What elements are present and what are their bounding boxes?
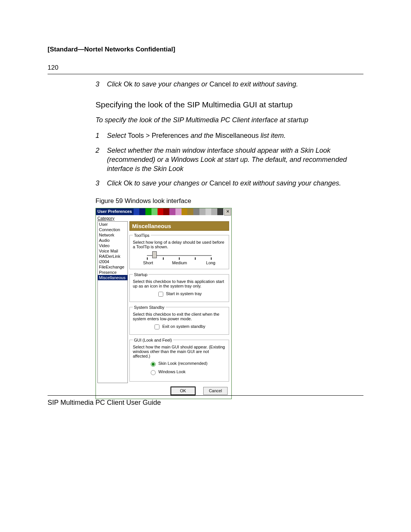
category-item[interactable]: Connection [98, 227, 127, 232]
dialog-title: User Preferences [96, 208, 134, 215]
title-stripe [182, 208, 188, 215]
step-text: to exit without saving your changes. [231, 179, 341, 187]
step-b3: 3 Click Ok to save your changes or Cance… [96, 179, 363, 188]
title-stripe [139, 208, 145, 215]
category-item[interactable]: Network [98, 232, 127, 238]
windows-look-label[interactable]: Windows Look [149, 369, 186, 374]
windows-look-text: Windows Look [158, 369, 186, 374]
ok-literal: Ok [124, 80, 132, 88]
gui-look-desc: Select how the main GUI should appear. (… [133, 345, 226, 358]
page-number: 120 [48, 64, 363, 72]
menu-path: Tools > Preferences [128, 132, 189, 139]
top-rule [48, 74, 363, 74]
category-item[interactable]: Video [98, 243, 127, 248]
title-stripe [158, 208, 164, 215]
step-text: to save your changes or [132, 80, 209, 88]
ok-button[interactable]: OK [171, 387, 195, 395]
dialog-titlebar: User Preferences ✕ [96, 208, 231, 215]
title-stripe [175, 208, 182, 215]
slider-label-short: Short [143, 260, 153, 265]
step-text: to save your changes or [132, 179, 209, 187]
slider-label-medium: Medium [172, 260, 187, 265]
footer-text: SIP Multimedia PC Client User Guide [48, 399, 363, 407]
tooltips-group: ToolTips Select how long of a delay shou… [129, 233, 229, 269]
user-preferences-dialog: User Preferences ✕ Category UserConnecti… [96, 208, 232, 399]
category-list[interactable]: UserConnectionNetworkAudioVideoVoice Mai… [97, 221, 128, 383]
startup-desc: Select this checkbox to have this applic… [133, 279, 226, 288]
category-item[interactable]: Presence [98, 270, 127, 275]
tooltips-legend: ToolTips [133, 233, 151, 238]
title-stripe [206, 208, 212, 215]
skin-look-label[interactable]: Skin Look (recommended) [149, 361, 207, 366]
title-stripe [187, 208, 193, 215]
standby-group: System Standby Select this checkbox to e… [129, 305, 229, 335]
step-b1: 1 Select Tools > Preferences and the Mis… [96, 131, 363, 140]
title-stripe [217, 208, 223, 215]
step-text: and the [189, 132, 215, 139]
title-stripe [134, 208, 140, 215]
cancel-literal: Cancel [209, 179, 231, 187]
title-stripe [145, 208, 151, 215]
slider-thumb[interactable] [152, 251, 157, 258]
step-text: to exit without saving. [231, 80, 298, 88]
step-text: Select whether the main window interface… [107, 146, 363, 174]
start-in-tray-text: Start in system tray [166, 291, 202, 296]
subheading: To specify the look of the SIP Multimedi… [96, 116, 363, 124]
menu-item: Miscellaneous [215, 132, 259, 139]
title-stripe [199, 208, 206, 215]
exit-on-standby-label[interactable]: Exit on system standby [153, 324, 205, 329]
step-a3: 3 Click Ok to save your changes or Cance… [96, 80, 363, 89]
figure-caption: Figure 59 Windows look interface [96, 197, 363, 205]
ok-literal: Ok [124, 179, 132, 187]
section-heading: Specifying the look of the SIP Multimedi… [96, 100, 363, 109]
category-item[interactable]: Audio [98, 238, 127, 243]
skin-look-text: Skin Look (recommended) [158, 361, 207, 366]
category-item[interactable]: Voice Mail [98, 248, 127, 254]
cancel-button[interactable]: Cancel [203, 387, 228, 395]
cancel-literal: Cancel [209, 80, 231, 88]
step-b2: 2 Select whether the main window interfa… [96, 146, 363, 174]
slider-label-long: Long [206, 260, 215, 265]
confidential-header: [Standard—Nortel Networks Confidential] [48, 46, 363, 53]
skin-look-radio[interactable] [151, 362, 156, 367]
close-icon[interactable]: ✕ [224, 209, 231, 216]
tooltip-delay-slider[interactable] [147, 251, 212, 257]
startup-legend: Startup [133, 272, 148, 277]
panel-title: Miscellaneous [129, 221, 229, 231]
startup-group: Startup Select this checkbox to have thi… [129, 272, 229, 302]
gui-look-group: GUI (Look and Feel) Select how the main … [129, 338, 229, 382]
step-text: Click [107, 80, 124, 88]
title-stripe [169, 208, 175, 215]
step-number: 3 [96, 80, 107, 89]
category-item[interactable]: User [98, 222, 127, 227]
standby-legend: System Standby [133, 305, 166, 310]
step-text: Select [107, 132, 128, 139]
title-stripe [151, 208, 158, 215]
step-number: 2 [96, 146, 107, 174]
start-in-tray-checkbox[interactable] [158, 292, 163, 297]
category-label: Category [96, 215, 231, 220]
standby-desc: Select this checkbox to exit the client … [133, 312, 226, 321]
gui-look-legend: GUI (Look and Feel) [133, 338, 173, 342]
category-item[interactable]: i2004 [98, 259, 127, 264]
exit-on-standby-text: Exit on system standby [162, 324, 205, 329]
start-in-tray-label[interactable]: Start in system tray [157, 291, 202, 296]
title-stripe [193, 208, 199, 215]
step-text: Click [107, 179, 124, 187]
title-stripe [211, 208, 217, 215]
tooltips-desc: Select how long of a delay should be use… [133, 240, 226, 249]
step-text: list item. [259, 132, 286, 139]
exit-on-standby-checkbox[interactable] [155, 324, 159, 329]
category-item[interactable]: RAIDerLink [98, 254, 127, 259]
windows-look-radio[interactable] [151, 370, 156, 375]
step-number: 3 [96, 179, 107, 188]
footer-rule [48, 395, 363, 396]
title-stripes [134, 208, 223, 215]
step-number: 1 [96, 131, 107, 140]
title-stripe [163, 208, 169, 215]
category-item[interactable]: FileExchange [98, 264, 127, 270]
category-item[interactable]: Miscellaneous [98, 275, 127, 280]
